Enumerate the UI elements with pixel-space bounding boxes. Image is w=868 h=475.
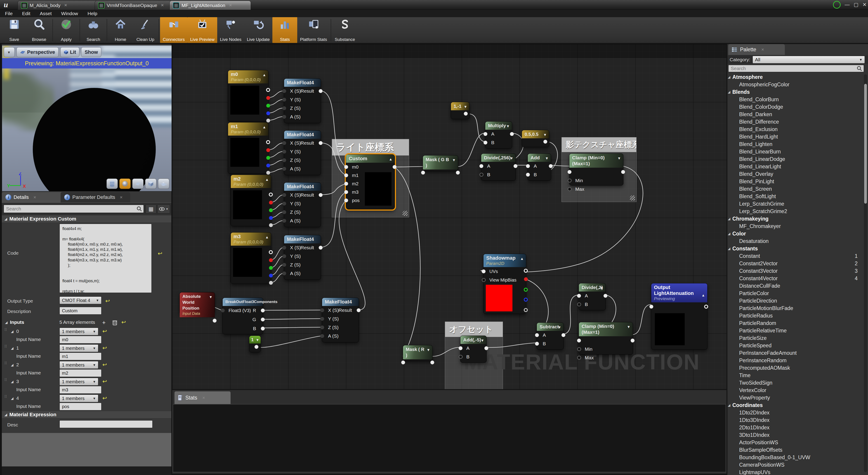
pin-output-r[interactable] bbox=[524, 277, 528, 281]
pin-preview-eye[interactable] bbox=[269, 250, 273, 254]
pin-input-max[interactable] bbox=[577, 356, 581, 360]
shadowmap-texture-param-node[interactable]: ShadowmapParam2D▲ UVs View MipBias bbox=[483, 254, 526, 314]
param-node-m2[interactable]: m2Param (0,0,0,0)▲ bbox=[230, 175, 271, 226]
viewport-options-button[interactable]: ▼ bbox=[4, 47, 15, 57]
palette-category[interactable]: ◢Coordinates bbox=[727, 402, 863, 409]
pin-output[interactable] bbox=[393, 165, 397, 169]
palette-entry[interactable]: ParticleMotionBlurFade bbox=[727, 305, 863, 312]
reset-icon[interactable]: ↩ bbox=[102, 328, 107, 335]
palette-entry[interactable]: ParticleDirection bbox=[727, 297, 863, 305]
pin-output-b[interactable] bbox=[524, 297, 528, 302]
menu-file[interactable]: File bbox=[5, 11, 13, 16]
palette-entry[interactable]: 1Dto2DIndex bbox=[727, 409, 863, 416]
close-icon[interactable]: ✕ bbox=[120, 195, 123, 199]
palette-entry[interactable]: DistanceCullFade bbox=[727, 282, 863, 290]
pin-input[interactable] bbox=[282, 115, 286, 119]
pin-output[interactable] bbox=[514, 164, 518, 168]
reset-icon[interactable]: ↩ bbox=[102, 361, 107, 368]
input-name-field[interactable] bbox=[59, 369, 101, 377]
pin-output[interactable] bbox=[319, 246, 322, 250]
collapse-icon[interactable]: ▲ bbox=[265, 177, 269, 183]
comment-title[interactable]: ライト座標系 bbox=[332, 139, 409, 156]
palette-entry[interactable]: BlurSampleOffsets bbox=[727, 446, 863, 454]
pin-output-g[interactable] bbox=[269, 266, 273, 270]
pin-input-m2[interactable] bbox=[344, 182, 348, 186]
perspective-button[interactable]: Perspective bbox=[17, 47, 59, 57]
input-element-row[interactable]: ⁞⁞◢21 members▼↩ bbox=[2, 361, 171, 369]
section-material-expression-custom[interactable]: ◢ Material Expression Custom bbox=[2, 215, 171, 223]
pin-input[interactable] bbox=[401, 361, 405, 365]
palette-category[interactable]: ◢Atmosphere bbox=[727, 73, 863, 81]
pin-output[interactable] bbox=[631, 339, 634, 343]
input-element-row[interactable]: ⁞⁞◢01 members▼↩ bbox=[2, 328, 171, 335]
palette-entry[interactable]: ParticleRelativeTime bbox=[727, 327, 863, 335]
collapse-icon[interactable]: ▼ bbox=[464, 104, 467, 110]
save-button[interactable]: Save bbox=[2, 17, 27, 43]
collapse-icon[interactable]: ▼ bbox=[600, 285, 603, 291]
pin-input[interactable] bbox=[577, 339, 581, 343]
makefloat4-node[interactable]: MakeFloat4 X (S)Result Y (S) Z (S) A (S) bbox=[284, 130, 321, 175]
preview-shape-teapot-button[interactable] bbox=[158, 179, 169, 189]
collapse-icon[interactable]: ▼ bbox=[452, 157, 456, 163]
pin-input[interactable] bbox=[282, 141, 286, 145]
pin-output[interactable] bbox=[456, 171, 460, 175]
palette-entry[interactable]: Blend_PinLight bbox=[727, 178, 863, 185]
live-nodes-toggle[interactable]: Live Nodes bbox=[217, 17, 244, 43]
input-element-row[interactable]: ⁞⁞◢31 members▼↩ bbox=[2, 378, 171, 385]
pin-input[interactable] bbox=[282, 246, 286, 250]
param-node-m3[interactable]: m3Param (0,0,0,0)▲ bbox=[230, 232, 271, 284]
palette-entry[interactable]: ParticleRandom bbox=[727, 319, 863, 327]
category-dropdown[interactable]: All▼ bbox=[752, 56, 865, 63]
palette-entry[interactable]: Blend_SoftLight bbox=[727, 193, 863, 200]
clean-up-button[interactable]: Clean Up bbox=[133, 17, 158, 43]
collapse-icon[interactable]: ▼ bbox=[558, 324, 561, 330]
palette-entry[interactable]: Blend_Difference bbox=[727, 118, 863, 126]
pin-preview-eye[interactable] bbox=[266, 140, 270, 144]
palette-category[interactable]: ◢Constants bbox=[727, 245, 863, 252]
close-icon[interactable]: ✕ bbox=[64, 3, 67, 8]
pin-output-g[interactable] bbox=[524, 288, 528, 292]
palette-entry[interactable]: MF_Chromakeyer bbox=[727, 223, 863, 230]
palette-entry[interactable]: 3Dto1DIndex bbox=[727, 432, 863, 439]
pin-output-b[interactable] bbox=[266, 112, 270, 115]
pin-input-min[interactable] bbox=[577, 347, 581, 351]
pin-input-a[interactable] bbox=[577, 294, 581, 298]
pin-preview-eye[interactable] bbox=[266, 88, 270, 92]
palette-entry[interactable]: VertexColor bbox=[727, 387, 863, 394]
close-icon[interactable]: ✕ bbox=[202, 396, 205, 400]
inputs-header-row[interactable]: ◢ Inputs 5 Array elements + ↩ bbox=[5, 319, 168, 327]
pin-output-r[interactable] bbox=[269, 258, 273, 262]
pin-input-b[interactable] bbox=[479, 172, 484, 177]
pin-input[interactable] bbox=[567, 170, 571, 174]
pin-input-max[interactable] bbox=[567, 187, 572, 191]
scrollbar-thumb[interactable] bbox=[864, 84, 867, 203]
asset-tab-vrmmtoonbaseopaque[interactable]: VrmMToonBaseOpaque ✕ bbox=[95, 1, 173, 10]
palette-entry[interactable]: TwoSidedSign bbox=[727, 379, 863, 387]
collapse-icon[interactable]: ▼ bbox=[256, 337, 259, 343]
clamp-node[interactable]: Clamp (Min=0) (Max=1)▼ Min Max bbox=[579, 322, 633, 354]
pin-output-r[interactable] bbox=[269, 201, 273, 204]
pin-output-b[interactable] bbox=[269, 274, 273, 278]
absolute-world-position-node[interactable]: Absolute World PositionInput Data▼ bbox=[180, 292, 215, 314]
resize-handle[interactable] bbox=[630, 195, 635, 200]
palette-entry[interactable]: Blend_ColorDodge bbox=[727, 103, 863, 111]
param-node-m0[interactable]: m0Param (0,0,0,0)▲ bbox=[228, 70, 269, 122]
palette-entry[interactable]: ParticleSize bbox=[727, 335, 863, 342]
pin-input[interactable] bbox=[282, 263, 286, 267]
pin-output-a[interactable] bbox=[266, 119, 270, 123]
pin-input-a[interactable] bbox=[484, 132, 487, 136]
code-editor[interactable]: float4x4 m; m= float4x4( float4(m0.x, m0… bbox=[59, 224, 152, 293]
makefloat4-node[interactable]: MakeFloat4 X (S)Result Y (S) Z (S) A (S) bbox=[284, 235, 321, 280]
collapse-icon[interactable]: ▲ bbox=[262, 124, 266, 130]
trash-icon[interactable] bbox=[112, 319, 117, 325]
pin-input-m3[interactable] bbox=[344, 190, 348, 194]
pin-output[interactable] bbox=[549, 164, 553, 168]
palette-entry[interactable]: PerInstanceFadeAmount bbox=[727, 349, 863, 357]
clamp-node[interactable]: Clamp (Min=0) (Max=1)▼ Min Max bbox=[569, 153, 623, 186]
pin-input-a[interactable] bbox=[459, 346, 463, 350]
palette-entry[interactable]: PerInstanceRandom bbox=[727, 357, 863, 364]
pin-output-a[interactable] bbox=[524, 308, 528, 312]
preview-shape-cube-button[interactable] bbox=[145, 179, 156, 189]
collapse-icon[interactable]: ▲ bbox=[389, 156, 393, 162]
collapse-icon[interactable]: ▲ bbox=[520, 256, 524, 262]
